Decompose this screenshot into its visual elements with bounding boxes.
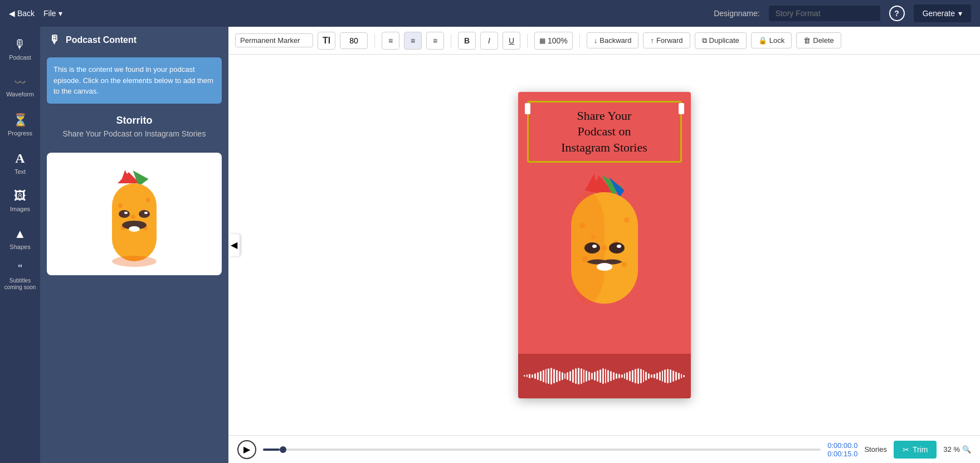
info-box: This is the content we found in your pod… (47, 57, 222, 104)
podcast-episode[interactable]: Share Your Podcast on Instagram Stories (40, 129, 228, 149)
font-name-label: Permanent Marker (240, 36, 300, 45)
backward-button[interactable]: ↓ Backward (587, 32, 639, 48)
sidebar-label-podcast: Podcast (9, 54, 31, 61)
time-total: 0:00:15.0 (827, 450, 857, 458)
story-title-line1: Share Your (577, 109, 632, 123)
generate-button[interactable]: Generate ▾ (914, 4, 971, 22)
duplicate-button[interactable]: ⧉ Duplicate (695, 32, 747, 49)
trim-button[interactable]: ✂ Trim (894, 441, 937, 459)
sidebar-label-subtitles: Subtitles coming soon (2, 277, 38, 291)
bold-icon: B (464, 36, 470, 45)
help-button[interactable]: ? (889, 6, 905, 21)
scissors-icon: ✂ (903, 445, 909, 454)
align-center-button[interactable]: ≡ (404, 32, 422, 50)
panel-title: Podcast Content (66, 35, 136, 45)
time-current: 0:00:00.0 (827, 441, 857, 450)
sidebar-item-subtitles[interactable]: " Subtitles coming soon (2, 259, 38, 294)
panel-header: 🎙 Podcast Content (40, 27, 228, 53)
font-size-increase-button[interactable]: TI (318, 32, 335, 50)
align-right-button[interactable]: ≡ (426, 32, 444, 50)
text-icon: A (15, 151, 25, 166)
duplicate-icon: ⧉ (702, 36, 707, 45)
resize-handle-right[interactable] (679, 103, 684, 114)
svg-point-25 (621, 262, 627, 267)
info-text: This is the content we found in your pod… (53, 65, 213, 95)
svg-point-23 (624, 217, 630, 223)
designname-input[interactable] (769, 6, 880, 21)
progress-fill (263, 449, 280, 451)
svg-point-15 (112, 256, 157, 267)
forward-button[interactable]: ↑ Forward (643, 32, 690, 48)
svg-point-8 (131, 215, 135, 219)
story-card[interactable]: Share Your Podcast on Instagram Stories (518, 92, 691, 398)
generate-arrow-icon: ▾ (958, 9, 962, 18)
sidebar-item-podcast[interactable]: 🎙 Podcast (2, 31, 38, 67)
file-menu-button[interactable]: File ▾ (43, 9, 62, 18)
podcast-image-preview[interactable] (47, 153, 222, 275)
file-arrow-icon: ▾ (58, 9, 62, 18)
progress-handle[interactable] (280, 446, 286, 453)
italic-button[interactable]: I (480, 32, 498, 50)
help-icon: ? (894, 9, 899, 18)
workspace: Permanent Marker TI ≡ ≡ ≡ B I U ▦ 100% ↓… (228, 27, 980, 463)
svg-point-30 (609, 242, 625, 254)
svg-point-22 (579, 223, 585, 228)
canvas-area[interactable]: ◀ Share Your Podcast on Instagram Storie… (228, 55, 980, 435)
italic-icon: I (488, 36, 490, 45)
podcast-name[interactable]: Storrito (40, 108, 228, 129)
trim-label: Trim (913, 445, 928, 454)
story-title-text: Share Your Podcast on Instagram Stories (534, 108, 675, 156)
trash-icon: 🗑 (803, 36, 811, 45)
font-selector[interactable]: Permanent Marker (235, 33, 313, 47)
sidebar-label-shapes: Shapes (9, 243, 30, 250)
lock-icon: 🔒 (758, 36, 767, 45)
sidebar-label-waveform: Waveform (6, 91, 34, 98)
designname-label: Designname: (714, 9, 760, 18)
sidebar-item-waveform[interactable]: 〰️ Waveform (2, 69, 38, 105)
shapes-icon: ▲ (14, 227, 26, 241)
panel-podcast-icon: 🎙 (49, 33, 60, 46)
svg-point-10 (139, 210, 150, 218)
play-button[interactable]: ▶ (237, 440, 256, 459)
back-button[interactable]: ◀ Back (9, 9, 35, 18)
bold-button[interactable]: B (458, 32, 476, 50)
sidebar-label-progress: Progress (8, 130, 32, 137)
sidebar-item-shapes[interactable]: ▲ Shapes (2, 221, 38, 256)
svg-point-29 (584, 242, 600, 254)
svg-point-24 (582, 256, 588, 262)
sidebar-item-progress[interactable]: ⏳ Progress (2, 107, 38, 143)
story-title-box[interactable]: Share Your Podcast on Instagram Stories (527, 101, 682, 163)
delete-button[interactable]: 🗑 Delete (796, 32, 841, 48)
sidebar-item-images[interactable]: 🖼 Images (2, 183, 38, 218)
opacity-label: 100% (548, 36, 568, 45)
panel-toggle-button[interactable]: ◀ (228, 234, 240, 256)
sidebar-label-text: Text (14, 168, 26, 175)
time-display: 0:00:00.0 0:00:15.0 (827, 441, 857, 458)
svg-point-9 (119, 210, 130, 218)
sidebar-item-text[interactable]: A Text (2, 145, 38, 181)
svg-point-26 (602, 245, 607, 251)
duplicate-label: Duplicate (709, 36, 739, 45)
stories-label: Stories (864, 445, 886, 454)
sidebar-label-images: Images (10, 206, 30, 212)
toolbar-divider-2 (451, 34, 451, 47)
lock-button[interactable]: 🔒 Lock (751, 32, 792, 48)
svg-point-31 (592, 245, 597, 248)
play-icon: ▶ (243, 444, 250, 455)
toolbar-divider-4 (579, 34, 580, 47)
delete-label: Delete (813, 36, 834, 45)
podcast-icon: 🎙 (14, 37, 26, 52)
align-left-button[interactable]: ≡ (382, 32, 399, 50)
underline-button[interactable]: U (503, 32, 520, 50)
timeline-progress[interactable] (263, 449, 821, 451)
font-size-input[interactable] (340, 32, 368, 49)
chevron-left-icon: ◀ (231, 240, 237, 250)
svg-point-14 (129, 226, 140, 232)
svg-point-27 (591, 235, 596, 239)
svg-point-11 (124, 212, 128, 214)
story-title-line3: Instagram Stories (561, 140, 647, 154)
svg-point-12 (144, 212, 148, 214)
opacity-display[interactable]: ▦ 100% (534, 32, 573, 50)
generate-label: Generate (923, 9, 955, 18)
resize-handle-left[interactable] (525, 103, 530, 114)
